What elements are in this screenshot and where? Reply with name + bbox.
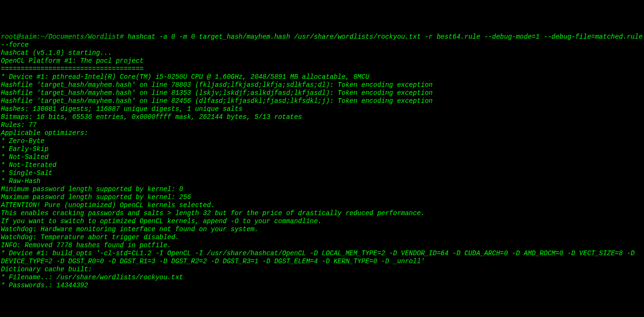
output-line: INFO: Removed 7778 hashes found in potfi… xyxy=(1,242,643,250)
output-line: Maximum password length supported by ker… xyxy=(1,193,643,201)
output-line: * Passwords.: 14344392 xyxy=(1,282,643,290)
output-line: This enables cracking passwords and salt… xyxy=(1,209,643,217)
output-line: ATTENTION! Pure (unoptimized) OpenCL ker… xyxy=(1,201,643,209)
output-line: hashcat (v5.1.0) starting... xyxy=(1,49,643,57)
shell-prompt: root@saim:~/Documents/Wordlist# xyxy=(1,33,124,41)
output-line: Watchdog: Hardware monitoring interface … xyxy=(1,225,643,234)
output-line: * Not-Salted xyxy=(1,153,643,161)
output-line: * Device #1: build_opts '-cl-std=CL1.2 -… xyxy=(1,250,643,266)
output-line: * Device #1: pthread-Intel(R) Core(TM) i… xyxy=(1,73,643,81)
output-line: OpenCL Platform #1: The pocl project xyxy=(1,57,643,65)
output-line: Dictionary cache built: xyxy=(1,266,643,274)
output-line: ==================================== xyxy=(1,65,643,73)
output-line: * Single-Salt xyxy=(1,169,643,177)
output-line: Rules: 77 xyxy=(1,121,643,129)
output-line: Hashfile 'target_hash/mayhem.hash' on li… xyxy=(1,97,643,105)
output-line: * Raw-Hash xyxy=(1,177,643,185)
terminal-output[interactable]: root@saim:~/Documents/Wordlist# hashcat … xyxy=(1,33,643,290)
output-line: * Not-Iterated xyxy=(1,161,643,169)
output-line: Hashes: 130881 digests; 116887 unique di… xyxy=(1,105,643,113)
output-line: Minimum password length supported by ker… xyxy=(1,185,643,193)
output-line: Hashfile 'target_hash/mayhem.hash' on li… xyxy=(1,89,643,97)
output-line: Watchdog: Temperature abort trigger disa… xyxy=(1,234,643,242)
output-line: Bitmaps: 16 bits, 65536 entries, 0x0000f… xyxy=(1,113,643,121)
output-line: * Filename..: /usr/share/wordlists/rocky… xyxy=(1,274,643,282)
output-line: If you want to switch to optimized OpenC… xyxy=(1,217,643,225)
output-line: * Early-Skip xyxy=(1,145,643,153)
output-line: Applicable optimizers: xyxy=(1,129,643,137)
output-line: Hashfile 'target_hash/mayhem.hash' on li… xyxy=(1,81,643,89)
output-line: * Zero-Byte xyxy=(1,137,643,145)
